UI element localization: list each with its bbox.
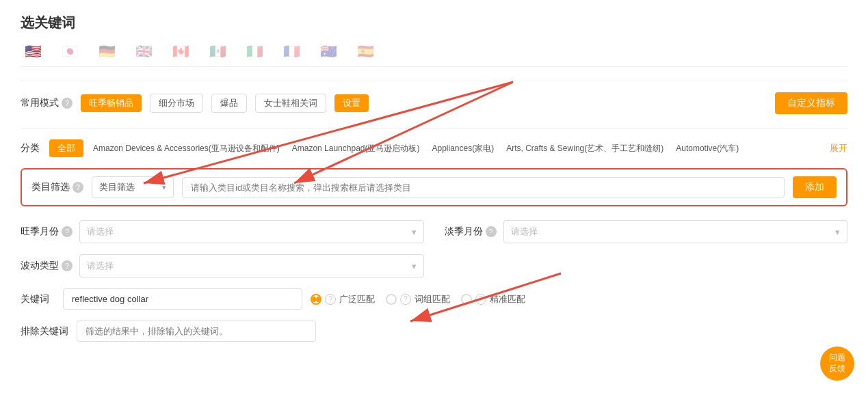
wave-type-label: 波动类型 ? [21,260,73,272]
off-month-label: 淡季月份 ? [445,226,497,238]
category-label: 分类 [21,142,40,154]
custom-btn[interactable]: 自定义指标 [775,92,847,114]
mode-row: 常用模式 ? 旺季畅销品 细分市场 爆品 女士鞋相关词 设置 自定义指标 [21,92,847,114]
flag-de[interactable]: 🇩🇪 [94,43,119,59]
match-options: ? 广泛匹配 ? 词组匹配 ? 精准匹配 [311,293,525,305]
flag-es[interactable]: 🇪🇸 [353,43,378,59]
exclude-input[interactable] [77,321,316,342]
radio-exact [461,294,472,305]
flag-gb[interactable]: 🇬🇧 [131,43,156,59]
chevron-down-icon: ▾ [835,227,840,237]
keyword-label: 关键词 [21,293,55,305]
flag-jp[interactable]: 🇯🇵 [57,43,82,59]
feedback-btn[interactable]: 问题 反馈 [820,346,854,381]
peak-help-icon[interactable]: ? [62,226,73,237]
category-tag-3[interactable]: Arts, Crafts & Sewing(艺术、手工艺和缝纫) [503,141,666,156]
peak-month-label: 旺季月份 ? [21,226,73,238]
month-section: 旺季月份 ? 请选择 ▾ 淡季月份 ? 请选择 ▾ [21,220,847,243]
flag-mx[interactable]: 🇲🇽 [205,43,230,59]
flag-row: 🇺🇸 🇯🇵 🇩🇪 🇬🇧 🇨🇦 🇲🇽 🇮🇹 🇫🇷 🇦🇺 🇪🇸 [21,43,847,67]
off-help-icon[interactable]: ? [486,226,497,237]
match-exact[interactable]: ? 精准匹配 [461,293,525,305]
exclude-row: 排除关键词 [21,321,847,342]
phrase-help-icon[interactable]: ? [400,294,411,305]
divider-2 [21,128,847,128]
flag-us[interactable]: 🇺🇸 [21,43,45,59]
match-phrase[interactable]: ? 词组匹配 [386,293,450,305]
filter-help-icon[interactable]: ? [73,182,83,193]
mode-tag-hot[interactable]: 爆品 [211,94,247,113]
mode-help-icon[interactable]: ? [62,98,73,109]
exact-help-icon[interactable]: ? [475,294,486,305]
flag-fr[interactable]: 🇫🇷 [279,43,304,59]
broad-help-icon[interactable]: ? [325,294,336,305]
exclude-label: 排除关键词 [21,325,68,338]
mode-tag-women[interactable]: 女士鞋相关词 [255,94,326,113]
wave-help-icon[interactable]: ? [62,260,73,271]
keyword-input[interactable] [63,288,302,310]
match-broad[interactable]: ? 广泛匹配 [311,293,375,305]
wave-type-select[interactable]: 请选择 ▾ [79,254,424,277]
divider-1 [21,81,847,81]
category-tag-0[interactable]: Amazon Devices & Accessories(亚马逊设备和配件) [90,141,282,156]
category-tag-1[interactable]: Amazon Launchpad(亚马逊启动板) [289,141,423,156]
off-month-select[interactable]: 请选择 ▾ [503,220,848,243]
chevron-down-icon: ▾ [412,227,417,237]
flag-ca[interactable]: 🇨🇦 [168,43,193,59]
flag-it[interactable]: 🇮🇹 [242,43,267,59]
add-button[interactable]: 添加 [793,176,837,198]
page-title: 选关键词 [21,14,847,32]
filter-row: 类目筛选 ? 类目筛选 ▾ 添加 [21,168,847,206]
mode-tag-settings[interactable]: 设置 [334,94,369,112]
off-month-field: 淡季月份 ? 请选择 ▾ [445,220,848,243]
category-row: 分类 全部 Amazon Devices & Accessories(亚马逊设备… [21,139,847,157]
mode-label: 常用模式 ? [21,97,73,109]
wave-type-field: 波动类型 ? 请选择 ▾ [21,254,424,277]
category-tag-4[interactable]: Automotive(汽车) [673,141,741,156]
chevron-down-icon: ▾ [162,183,166,192]
keyword-row: 关键词 ? 广泛匹配 ? 词组匹配 ? 精准匹配 [21,288,847,310]
category-filter-select[interactable]: 类目筛选 ▾ [92,176,174,198]
category-tag-2[interactable]: Appliances(家电) [429,141,497,156]
category-search-input[interactable] [182,177,785,198]
mode-tag-peak[interactable]: 旺季畅销品 [81,94,142,112]
mode-tag-niche[interactable]: 细分市场 [150,94,203,113]
peak-month-field: 旺季月份 ? 请选择 ▾ [21,220,424,243]
category-all-btn[interactable]: 全部 [49,139,83,157]
expand-link[interactable]: 展开 [830,142,847,154]
radio-broad [311,294,321,305]
wave-section: 波动类型 ? 请选择 ▾ [21,254,847,277]
peak-month-select[interactable]: 请选择 ▾ [79,220,424,243]
chevron-down-icon: ▾ [412,261,417,271]
flag-au[interactable]: 🇦🇺 [316,43,341,59]
filter-label: 类目筛选 ? [31,181,83,193]
radio-phrase [386,294,397,305]
